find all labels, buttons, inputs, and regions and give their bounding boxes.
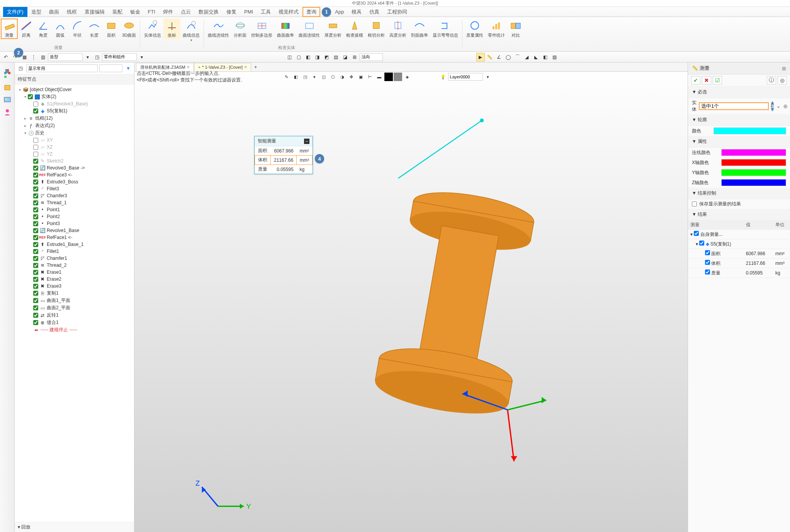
cb-r-s5[interactable] [699,241,704,246]
tree-fillet3[interactable]: ◜Fillet3 [15,185,133,192]
tool-surf-curv[interactable]: 曲面曲率 [275,19,296,39]
tree-refface3[interactable]: REFRefFace3 <- [15,171,133,178]
menu-wire[interactable]: 线框 [63,7,81,17]
cb-thread1[interactable] [33,200,38,205]
tree-point1[interactable]: •Point1 [15,206,133,213]
tree-fillet1[interactable]: ◜Fillet1 [15,248,133,255]
rp-row-mass[interactable]: 质量0.05595kg [688,268,790,278]
cb-fillet1[interactable] [33,249,38,254]
tree-thread2[interactable]: ≋Thread_2 [15,262,133,269]
tool-surf-cont[interactable]: 曲面连续性 [296,19,322,39]
qb-measure-3[interactable]: ◯ [504,53,513,61]
rp-target-button[interactable]: ◎ [778,76,787,85]
vp-color-black[interactable] [384,73,393,81]
vp-btn-9[interactable]: ▣ [357,73,365,81]
qb-misc-3[interactable]: ◧ [304,53,313,61]
qb-style-select[interactable] [48,53,83,61]
menu-app[interactable]: App [331,7,348,16]
cb-ext1[interactable] [33,242,38,247]
rp-sec-attr[interactable]: ▼ 属性 [688,136,790,147]
tool-show-bend[interactable]: 显示弯弯信息 [430,19,460,39]
cb-r-area[interactable] [705,250,710,255]
qb-dropdown-2[interactable]: ▾ [138,53,146,61]
menu-assembly[interactable]: 装配 [109,7,126,17]
tree-rev1[interactable]: 🔄Revolve1_Base [15,227,133,234]
cb-point1[interactable] [33,207,38,212]
cb-thread2[interactable] [33,263,38,268]
cb-xz[interactable] [33,145,38,150]
vp-btn-4[interactable]: ▾ [310,73,319,81]
tool-sect-curv[interactable]: 剖面曲率 [409,19,430,39]
tool-curve-info[interactable]: 曲线信息▾ [180,19,202,43]
cb-flip1[interactable] [33,313,38,318]
side-cube-icon[interactable] [3,83,12,92]
tree-wire[interactable]: ▸≡线框(12) [15,115,133,122]
rp-entity-pick[interactable]: ◎ [783,102,788,110]
menu-query[interactable]: 查询 [302,7,320,17]
file-tab-2[interactable]: +* 1-Valve.Z3 - [Cover]× [194,63,251,71]
cb-r-vol[interactable] [705,260,710,265]
vp-color-gray[interactable] [394,73,402,81]
qb-measure-7[interactable]: ◧ [541,53,550,61]
menu-sheet[interactable]: 钣金 [126,7,144,17]
qb-dot-icon[interactable]: ⋮ [29,53,38,61]
tool-measure[interactable]: 测量 [1,19,18,39]
cb-self[interactable] [694,231,699,236]
tree-point3[interactable]: •Point3 [15,220,133,227]
tree-thread1[interactable]: ≋Thread_1 [15,199,133,206]
menu-fti[interactable]: FTI [144,7,160,16]
tree-xz[interactable]: ▱XZ [15,144,133,151]
qb-play-icon[interactable]: ▶ [476,53,485,61]
layer-select[interactable] [448,73,483,81]
tool-area[interactable]: 面积 [103,19,120,39]
close-tab-icon[interactable]: × [244,64,247,70]
qb-measure-1[interactable]: 📏 [486,53,494,61]
qb-misc-8[interactable]: ⊞ [350,53,359,61]
menu-view-style[interactable]: 视觉样式 [275,7,302,17]
cb-point3[interactable] [33,221,38,226]
rp-z-swatch[interactable] [721,179,786,186]
tree-chamfer1[interactable]: ◸Chamfer1 [15,255,133,262]
qb-measure-5[interactable]: ◢ [523,53,531,61]
qb-misc-6[interactable]: ▤ [332,53,340,61]
cb-fillet3[interactable] [33,186,38,191]
rp-y-swatch[interactable] [721,169,786,176]
cb-s5[interactable] [33,108,38,114]
measure-float-panel[interactable]: 智能测量 − 面积6067.986mm² 体积21167.66mm³ 质量0.0… [254,136,313,174]
rp-sec-result-ctrl[interactable]: ▼ 结果控制 [688,188,790,199]
tree-display-select[interactable] [26,64,98,72]
cb-r-mass[interactable] [705,269,710,274]
qb-direction[interactable] [360,53,383,61]
vp-btn-2[interactable]: ◧ [292,73,300,81]
cb-erase3[interactable] [33,284,38,289]
rp-keep-checkbox[interactable] [692,202,697,207]
rp-apply-button[interactable]: ☑ [713,76,722,85]
tool-3dsurface[interactable]: 3D曲面 [120,19,138,39]
qb-grid-icon[interactable]: ▥ [39,53,47,61]
rp-line-swatch[interactable] [721,149,786,156]
rp-outline-swatch[interactable] [714,127,786,134]
vp-btn-7[interactable]: ◑ [338,73,347,81]
qb-measure-6[interactable]: ◣ [532,53,540,61]
tree-root[interactable]: ▾📦[object Object]Cover [15,86,133,93]
tool-part-stat[interactable]: 零件统计 [486,19,507,39]
tree-chamfer3[interactable]: ◸Chamfer3 [15,192,133,199]
menu-pointcloud[interactable]: 点云 [177,7,195,17]
tree-merge1[interactable]: ⊕缝合1 [15,319,133,326]
qb-measure-2[interactable]: ∠ [495,53,503,61]
rp-sec-results[interactable]: ▼ 结果 [688,209,790,220]
qb-undo[interactable]: ↶ [2,53,10,61]
vp-btn-12[interactable]: ◈ [403,73,411,81]
tool-thick-anal[interactable]: 厚度分析 [322,19,344,39]
qb-misc-7[interactable]: ◪ [341,53,350,61]
vp-btn-3[interactable]: ◳ [301,73,309,81]
vp-btn-10[interactable]: ⊢ [366,73,374,81]
side-user-icon[interactable] [3,107,12,117]
cb-yz[interactable] [33,152,38,157]
tree-sketch2[interactable]: ✎Sketch2 [15,158,133,164]
qb-misc-2[interactable]: ▢ [295,53,303,61]
tool-entity-info[interactable]: 实体信息 [142,19,163,39]
rp-cancel-button[interactable]: ✖ [702,76,711,85]
cb-erase1[interactable] [33,270,38,275]
tool-curve-cont[interactable]: 曲线连续性 [206,19,231,39]
